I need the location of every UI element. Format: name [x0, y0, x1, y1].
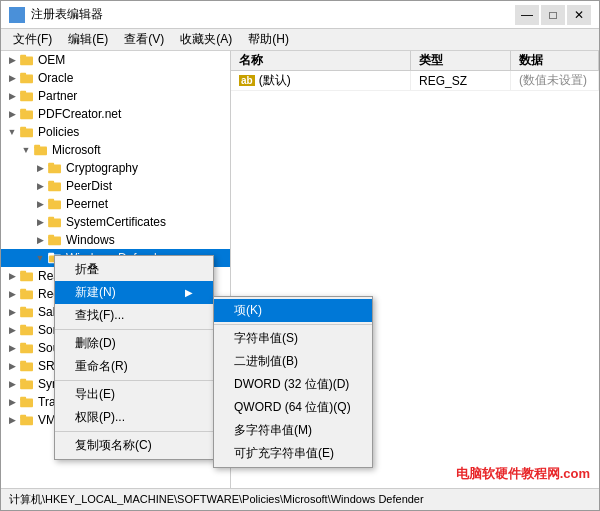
folder-icon: [47, 178, 63, 194]
tree-item-label: PDFCreator.net: [38, 107, 121, 121]
folder-icon: [19, 304, 35, 320]
ctx-rename[interactable]: 重命名(R): [55, 355, 213, 378]
svg-rect-41: [21, 291, 32, 298]
ctx-collapse[interactable]: 折叠: [55, 258, 213, 281]
tree-item[interactable]: ▶ PDFCreator.net: [1, 105, 230, 123]
sub-sep1: [214, 324, 372, 325]
folder-icon: [19, 412, 35, 428]
expand-icon[interactable]: ▶: [33, 159, 47, 177]
folder-icon: [19, 322, 35, 338]
expand-icon[interactable]: ▶: [33, 231, 47, 249]
svg-rect-14: [21, 129, 32, 136]
ctx-copy-name[interactable]: 复制项名称(C): [55, 434, 213, 457]
folder-icon: [19, 124, 35, 140]
menu-item[interactable]: 文件(F): [5, 29, 60, 50]
watermark: 电脑软硬件教程网.com: [456, 465, 590, 483]
expand-icon[interactable]: ▶: [5, 411, 19, 429]
svg-rect-47: [21, 327, 32, 334]
col-type: 类型: [411, 51, 511, 70]
expand-icon[interactable]: ▼: [19, 141, 33, 159]
expand-icon[interactable]: ▶: [5, 69, 19, 87]
expand-icon[interactable]: ▶: [5, 285, 19, 303]
menu-item[interactable]: 编辑(E): [60, 29, 116, 50]
sub-key[interactable]: 项(K): [214, 299, 372, 322]
tree-item-label: Oracle: [38, 71, 73, 85]
svg-rect-26: [49, 201, 60, 208]
window-title: 注册表编辑器: [31, 6, 515, 23]
minimize-button[interactable]: —: [515, 5, 539, 25]
svg-rect-56: [21, 381, 32, 388]
svg-rect-32: [49, 237, 60, 244]
expand-icon[interactable]: ▶: [5, 105, 19, 123]
registry-entry-row[interactable]: ab (默认) REG_SZ (数值未设置): [231, 71, 599, 91]
ctx-new[interactable]: 新建(N)▶: [55, 281, 213, 304]
tree-item[interactable]: ▶ Peernet: [1, 195, 230, 213]
maximize-button[interactable]: □: [541, 5, 565, 25]
title-bar: 注册表编辑器 — □ ✕: [1, 1, 599, 29]
expand-icon[interactable]: ▶: [33, 195, 47, 213]
tree-item[interactable]: ▶ OEM: [1, 51, 230, 69]
expand-icon[interactable]: ▶: [5, 393, 19, 411]
sub-qword[interactable]: QWORD (64 位值)(Q): [214, 396, 372, 419]
tree-item[interactable]: ▶ Cryptography: [1, 159, 230, 177]
svg-rect-62: [21, 417, 32, 424]
sub-string[interactable]: 字符串值(S): [214, 327, 372, 350]
svg-rect-44: [21, 309, 32, 316]
sub-dword[interactable]: DWORD (32 位值)(D): [214, 373, 372, 396]
svg-rect-17: [35, 147, 46, 154]
expand-icon[interactable]: ▶: [33, 213, 47, 231]
ctx-sep2: [55, 380, 213, 381]
svg-rect-23: [49, 183, 60, 190]
expand-icon[interactable]: ▶: [5, 375, 19, 393]
expand-icon[interactable]: ▶: [5, 51, 19, 69]
sub-binary[interactable]: 二进制值(B): [214, 350, 372, 373]
app-icon: [9, 7, 25, 23]
svg-rect-53: [21, 363, 32, 370]
tree-item-label: Partner: [38, 89, 77, 103]
ctx-permissions[interactable]: 权限(P)...: [55, 406, 213, 429]
tree-item-label: OEM: [38, 53, 65, 67]
menu-bar: 文件(F)编辑(E)查看(V)收藏夹(A)帮助(H): [1, 29, 599, 51]
status-text: 计算机\HKEY_LOCAL_MACHINE\SOFTWARE\Policies…: [9, 492, 424, 507]
ctx-sep3: [55, 431, 213, 432]
folder-icon: [19, 106, 35, 122]
ctx-delete[interactable]: 删除(D): [55, 332, 213, 355]
sub-multistring[interactable]: 多字符串值(M): [214, 419, 372, 442]
expand-icon[interactable]: ▶: [33, 177, 47, 195]
tree-item[interactable]: ▶ SystemCertificates: [1, 213, 230, 231]
tree-item[interactable]: ▶ Windows: [1, 231, 230, 249]
svg-rect-5: [21, 75, 32, 82]
sub-expandstring[interactable]: 可扩充字符串值(E): [214, 442, 372, 465]
expand-icon[interactable]: ▼: [5, 123, 19, 141]
entry-name: ab (默认): [231, 71, 411, 90]
detail-header: 名称 类型 数据: [231, 51, 599, 71]
tree-item[interactable]: ▶ PeerDist: [1, 177, 230, 195]
ctx-sep1: [55, 329, 213, 330]
tree-item[interactable]: ▶ Partner: [1, 87, 230, 105]
menu-item[interactable]: 查看(V): [116, 29, 172, 50]
expand-icon[interactable]: ▶: [5, 339, 19, 357]
svg-rect-50: [21, 345, 32, 352]
tree-item[interactable]: ▼ Policies: [1, 123, 230, 141]
window-controls: — □ ✕: [515, 5, 591, 25]
folder-icon: [19, 376, 35, 392]
menu-item[interactable]: 收藏夹(A): [172, 29, 240, 50]
tree-item-label: PeerDist: [66, 179, 112, 193]
entry-type: REG_SZ: [411, 71, 511, 90]
folder-icon: [19, 70, 35, 86]
folder-icon: [19, 268, 35, 284]
expand-icon[interactable]: ▶: [5, 321, 19, 339]
expand-icon[interactable]: ▶: [5, 357, 19, 375]
ctx-export[interactable]: 导出(E): [55, 383, 213, 406]
expand-icon[interactable]: ▼: [33, 249, 47, 267]
expand-icon[interactable]: ▶: [5, 87, 19, 105]
expand-icon[interactable]: ▶: [5, 267, 19, 285]
col-data: 数据: [511, 51, 599, 70]
expand-icon[interactable]: ▶: [5, 303, 19, 321]
col-name: 名称: [231, 51, 411, 70]
menu-item[interactable]: 帮助(H): [240, 29, 297, 50]
tree-item[interactable]: ▶ Oracle: [1, 69, 230, 87]
tree-item[interactable]: ▼ Microsoft: [1, 141, 230, 159]
close-button[interactable]: ✕: [567, 5, 591, 25]
ctx-find[interactable]: 查找(F)...: [55, 304, 213, 327]
